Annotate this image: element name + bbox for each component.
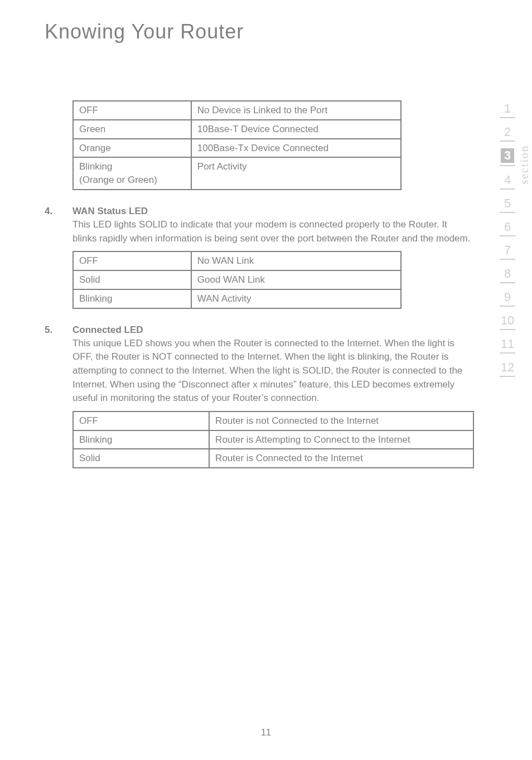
table-row: Green 10Base-T Device Connected bbox=[73, 120, 401, 139]
nav-divider bbox=[500, 235, 515, 236]
nav-divider bbox=[500, 352, 515, 354]
section-paragraph: This unique LED shows you when the Route… bbox=[72, 337, 474, 405]
table-row: Blinking (Orange or Green) Port Activity bbox=[73, 157, 401, 190]
table-port-status: OFF No Device is Linked to the Port Gree… bbox=[72, 100, 402, 190]
cell: WAN Activity bbox=[191, 289, 402, 308]
table-row: OFF Router is not Connected to the Inter… bbox=[73, 412, 473, 430]
nav-item-5: 5 bbox=[500, 196, 515, 211]
page-number: 11 bbox=[0, 728, 532, 738]
nav-divider bbox=[500, 165, 515, 166]
nav-item-1: 1 bbox=[500, 101, 515, 116]
table1-block: OFF No Device is Linked to the Port Gree… bbox=[45, 100, 474, 190]
table-row: Blinking Router is Attempting to Connect… bbox=[73, 430, 473, 449]
nav-item-2: 2 bbox=[500, 125, 515, 139]
table-row: Orange 100Base-Tx Device Connected bbox=[73, 139, 401, 158]
nav-item-8: 8 bbox=[500, 267, 515, 281]
section-label: section bbox=[518, 145, 531, 185]
nav-item-12: 12 bbox=[500, 360, 515, 375]
nav-divider bbox=[500, 259, 515, 260]
table-row: OFF No WAN Link bbox=[73, 251, 401, 270]
nav-divider bbox=[500, 117, 515, 118]
cell: OFF bbox=[73, 251, 191, 270]
table-row: Solid Router is Connected to the Interne… bbox=[73, 449, 473, 468]
cell: Port Activity bbox=[191, 157, 402, 190]
cell: 10Base-T Device Connected bbox=[191, 120, 402, 139]
table-row: Blinking WAN Activity bbox=[73, 289, 401, 308]
nav-divider bbox=[500, 141, 515, 142]
section-4: 4. WAN Status LED This LED lights SOLID … bbox=[45, 206, 474, 309]
cell: Green bbox=[73, 120, 191, 139]
table-row: OFF No Device is Linked to the Port bbox=[73, 101, 401, 120]
cell: Solid bbox=[73, 449, 209, 468]
table-wan-status: OFF No WAN Link Solid Good WAN Link Blin… bbox=[72, 251, 402, 308]
nav-item-7: 7 bbox=[500, 243, 515, 258]
section-number: 5. bbox=[45, 325, 52, 336]
page-title: Knowing Your Router bbox=[45, 20, 244, 43]
side-nav: 1 2 3 4 5 6 7 8 9 10 11 12 bbox=[500, 101, 515, 384]
nav-item-11: 11 bbox=[500, 337, 515, 351]
cell: Router is Connected to the Internet bbox=[209, 449, 473, 468]
nav-divider bbox=[500, 329, 515, 330]
table-row: Solid Good WAN Link bbox=[73, 270, 401, 289]
cell: No WAN Link bbox=[191, 251, 402, 270]
nav-item-6: 6 bbox=[500, 220, 515, 234]
nav-item-10: 10 bbox=[500, 313, 515, 328]
section-number: 4. bbox=[45, 206, 52, 217]
cell: 100Base-Tx Device Connected bbox=[191, 139, 402, 158]
section-paragraph: This LED lights SOLID to indicate that y… bbox=[72, 218, 474, 245]
main-content: OFF No Device is Linked to the Port Gree… bbox=[45, 100, 474, 484]
cell: Blinking (Orange or Green) bbox=[73, 157, 191, 190]
cell: Blinking bbox=[73, 289, 191, 308]
section-heading: Connected LED bbox=[72, 325, 474, 336]
cell: Router is not Connected to the Internet bbox=[209, 412, 473, 430]
nav-item-4: 4 bbox=[500, 173, 515, 187]
nav-divider bbox=[500, 306, 515, 307]
nav-item-3-active: 3 bbox=[501, 148, 514, 163]
nav-divider bbox=[500, 376, 515, 377]
cell: Router is Attempting to Connect to the I… bbox=[209, 430, 473, 449]
cell: Blinking bbox=[73, 430, 209, 449]
cell: Good WAN Link bbox=[191, 270, 402, 289]
cell: No Device is Linked to the Port bbox=[191, 101, 402, 120]
nav-divider bbox=[500, 188, 515, 190]
nav-item-9: 9 bbox=[500, 290, 515, 304]
cell: Orange bbox=[73, 139, 191, 158]
section-heading: WAN Status LED bbox=[72, 206, 474, 217]
table-connected-led: OFF Router is not Connected to the Inter… bbox=[72, 411, 474, 468]
cell: OFF bbox=[73, 412, 209, 430]
cell: Solid bbox=[73, 270, 191, 289]
section-5: 5. Connected LED This unique LED shows y… bbox=[45, 325, 474, 469]
nav-divider bbox=[500, 282, 515, 283]
nav-divider bbox=[500, 212, 515, 213]
cell: OFF bbox=[73, 101, 191, 120]
